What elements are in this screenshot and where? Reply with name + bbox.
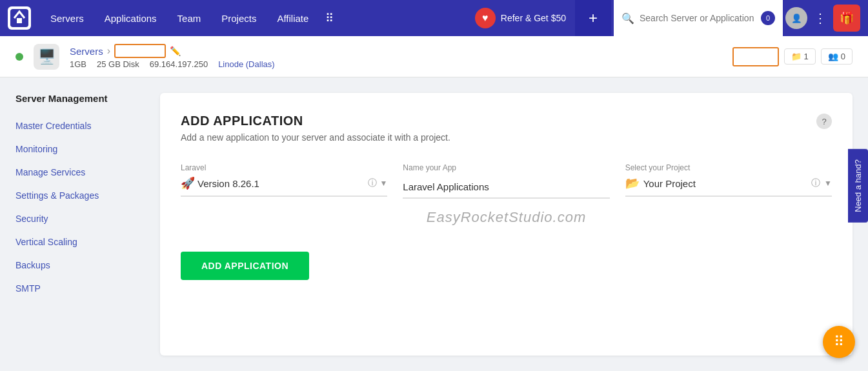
nav-link-projects[interactable]: Projects — [212, 0, 265, 36]
server-location: Linode (Dallas) — [218, 59, 274, 69]
server-icon: 🖥️ — [34, 44, 59, 70]
search-icon: 🔍 — [621, 12, 634, 25]
main-content: Server Management Master Credentials Mon… — [0, 77, 868, 371]
users-button[interactable]: 👥 0 — [821, 48, 853, 65]
server-info: Servers › ✏️ 1GB 25 GB Disk 69.164.197.2… — [70, 44, 275, 69]
apps-grid-button[interactable]: ⠿ — [320, 11, 339, 25]
logo[interactable] — [8, 6, 31, 30]
sidebar-item-security[interactable]: Security — [15, 207, 145, 230]
project-label: Select your Project — [625, 163, 832, 172]
user-icon: 👤 — [791, 14, 802, 23]
action-highlight-box — [732, 47, 779, 66]
gift-button[interactable]: 🎁 — [833, 5, 860, 32]
edit-server-name-icon[interactable]: ✏️ — [170, 46, 181, 56]
help-icon[interactable]: ? — [816, 114, 832, 129]
nav-link-affiliate[interactable]: Affiliate — [268, 0, 318, 36]
breadcrumb-separator: › — [107, 45, 110, 57]
version-select-row: 🚀 Version 8.26.1 ⓘ ▼ — [181, 176, 387, 197]
server-ip: 69.164.197.250 — [150, 59, 208, 69]
add-application-card: ADD APPLICATION Add a new application to… — [160, 93, 853, 356]
sidebar-item-settings-packages[interactable]: Settings & Packages — [15, 184, 145, 207]
server-meta: 1GB 25 GB Disk 69.164.197.250 Linode (Da… — [70, 59, 275, 69]
heart-icon: ♥ — [475, 8, 496, 28]
server-name-box — [114, 44, 166, 58]
more-options-button[interactable]: ⋮ — [810, 10, 831, 26]
users-icon: 👥 — [828, 52, 838, 61]
laravel-icon: 🚀 — [181, 176, 195, 190]
search-input[interactable] — [640, 13, 756, 23]
server-disk: 25 GB Disk — [97, 59, 139, 69]
svg-rect-1 — [17, 18, 22, 23]
sidebar-item-master-credentials[interactable]: Master Credentials — [15, 114, 145, 137]
framework-label: Laravel — [181, 163, 387, 172]
search-area: 🔍 0 — [614, 0, 783, 36]
gift-icon: 🎁 — [840, 11, 854, 25]
sidebar-item-vertical-scaling[interactable]: Vertical Scaling — [15, 230, 145, 254]
form-row: Laravel 🚀 Version 8.26.1 ⓘ ▼ Name your A… — [181, 163, 832, 199]
card-subtitle: Add a new application to your server and… — [181, 132, 450, 143]
card-header: ADD APPLICATION Add a new application to… — [181, 114, 832, 143]
project-icon: 📂 — [625, 176, 640, 190]
refer-button[interactable]: ♥ Refer & Get $50 — [469, 8, 572, 28]
server-bar-actions: 📁 1 👥 0 — [732, 47, 853, 66]
fab-icon: ⠿ — [834, 334, 844, 350]
server-ram: 1GB — [70, 59, 86, 69]
version-select[interactable]: Version 8.26.1 — [197, 178, 365, 189]
need-a-hand-panel[interactable]: Need a hand? — [848, 149, 868, 223]
sidebar: Server Management Master Credentials Mon… — [15, 93, 145, 356]
version-dropdown-icon[interactable]: ▼ — [379, 179, 387, 188]
add-application-button[interactable]: ADD APPLICATION — [181, 252, 309, 280]
project-info-icon[interactable]: ⓘ — [811, 177, 820, 189]
app-name-input[interactable] — [403, 176, 609, 199]
nav-link-team[interactable]: Team — [168, 0, 210, 36]
sidebar-item-smtp[interactable]: SMTP — [15, 277, 145, 300]
app-name-group: Name your App — [403, 163, 609, 199]
sidebar-item-manage-services[interactable]: Manage Services — [15, 161, 145, 184]
server-status-indicator — [15, 53, 23, 61]
users-count: 0 — [841, 52, 845, 61]
project-value: Your Project — [643, 178, 807, 189]
servers-breadcrumb[interactable]: Servers — [70, 46, 103, 57]
app-name-label: Name your App — [403, 163, 609, 172]
project-dropdown-icon[interactable]: ▼ — [824, 179, 832, 188]
watermark: EasyRocketStudio.com — [181, 209, 832, 226]
add-plus-button[interactable]: + — [575, 0, 611, 36]
project-group: Select your Project 📂 Your Project ⓘ ▼ — [625, 163, 832, 197]
notification-badge: 0 — [761, 11, 775, 25]
card-title: ADD APPLICATION — [181, 114, 450, 128]
sidebar-item-backups[interactable]: Backups — [15, 254, 145, 277]
framework-group: Laravel 🚀 Version 8.26.1 ⓘ ▼ — [181, 163, 387, 197]
files-button[interactable]: 📁 1 — [784, 48, 816, 65]
top-navigation: Servers Applications Team Projects Affil… — [0, 0, 868, 36]
fab-button[interactable]: ⠿ — [823, 326, 855, 358]
version-info-icon[interactable]: ⓘ — [368, 177, 377, 189]
folder-icon: 📁 — [791, 52, 802, 61]
plus-icon: + — [589, 9, 598, 27]
avatar-button[interactable]: 👤 — [785, 7, 807, 29]
sidebar-heading: Server Management — [15, 93, 145, 104]
project-select-row: 📂 Your Project ⓘ ▼ — [625, 176, 832, 197]
sidebar-item-monitoring[interactable]: Monitoring — [15, 137, 145, 161]
refer-label: Refer & Get $50 — [501, 13, 566, 23]
nav-link-servers[interactable]: Servers — [41, 0, 93, 36]
nav-link-applications[interactable]: Applications — [96, 0, 166, 36]
server-bar: 🖥️ Servers › ✏️ 1GB 25 GB Disk 69.164.19… — [0, 36, 868, 77]
files-count: 1 — [804, 52, 809, 61]
